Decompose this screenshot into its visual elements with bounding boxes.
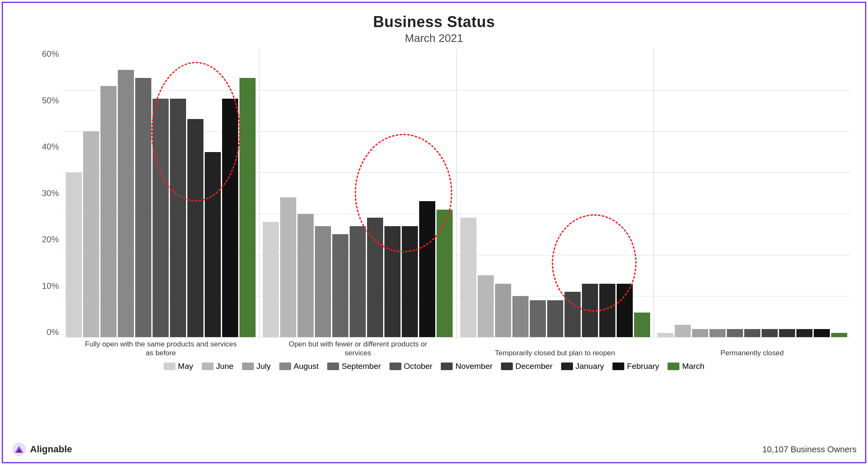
bar-inner-1-9 — [419, 201, 435, 337]
legend-item-may: May — [164, 362, 193, 371]
legend-item-november: November — [441, 362, 492, 371]
bar-inner-2-8 — [599, 284, 615, 337]
bar-inner-3-9 — [814, 329, 830, 337]
bar-0-6 — [170, 49, 186, 337]
legend-item-february: February — [612, 362, 659, 371]
bar-2-4 — [530, 49, 546, 337]
x-label-2: Temporarily closed but plan to reopen — [456, 337, 654, 358]
legend-item-january: January — [561, 362, 604, 371]
bar-inner-0-1 — [83, 131, 99, 337]
bar-3-2 — [692, 49, 708, 337]
bar-inner-2-2 — [495, 284, 511, 337]
bar-1-8 — [402, 49, 418, 337]
y-label-50: 50% — [42, 96, 59, 105]
bar-inner-3-0 — [657, 333, 673, 337]
bar-inner-2-10 — [634, 313, 650, 337]
legend-color-september — [327, 363, 339, 370]
bar-inner-0-10 — [239, 78, 256, 337]
bar-inner-3-6 — [762, 329, 778, 337]
bar-0-5 — [153, 49, 169, 337]
chart-area: 60% 50% 40% 30% 20% 10% 0% Fully open wi… — [37, 49, 851, 358]
bar-inner-0-7 — [187, 119, 203, 337]
legend-item-march: March — [668, 362, 704, 371]
bar-inner-2-4 — [530, 300, 546, 337]
bar-group-1 — [259, 49, 456, 337]
bar-inner-1-10 — [437, 210, 453, 337]
bar-inner-0-8 — [205, 152, 221, 337]
bar-group-2 — [457, 49, 654, 337]
bar-2-9 — [617, 49, 633, 337]
bar-inner-2-7 — [582, 284, 598, 337]
x-label-0: Fully open with the same products and se… — [62, 337, 259, 358]
legend-label-may: May — [178, 362, 193, 371]
bar-3-0 — [657, 49, 673, 337]
legend-item-september: September — [327, 362, 381, 371]
y-label-60: 60% — [42, 49, 59, 59]
bar-3-6 — [762, 49, 778, 337]
bar-inner-2-1 — [478, 275, 494, 337]
bar-inner-3-7 — [779, 329, 795, 337]
bar-inner-3-2 — [692, 329, 708, 337]
bar-inner-0-3 — [118, 70, 134, 337]
bar-inner-1-8 — [402, 226, 418, 337]
y-label-40: 40% — [42, 142, 59, 152]
legend-color-july — [242, 363, 254, 370]
bar-2-3 — [512, 49, 529, 337]
bar-inner-1-1 — [280, 197, 296, 337]
bar-3-10 — [831, 49, 847, 337]
legend-item-july: July — [242, 362, 271, 371]
bars-container — [62, 49, 851, 337]
bar-inner-2-6 — [565, 292, 581, 337]
bar-inner-0-5 — [153, 99, 169, 337]
bar-inner-1-7 — [384, 226, 401, 337]
footer-count: 10,107 Business Owners — [762, 445, 857, 454]
bar-inner-1-5 — [350, 226, 366, 337]
bar-inner-3-4 — [727, 329, 743, 337]
legend-label-february: February — [627, 362, 659, 371]
y-label-0: 0% — [47, 327, 59, 337]
bar-1-6 — [367, 49, 383, 337]
bar-1-2 — [298, 49, 314, 337]
bar-0-0 — [66, 49, 82, 337]
bar-3-1 — [675, 49, 691, 337]
bar-inner-0-2 — [100, 86, 117, 337]
legend-color-october — [389, 363, 401, 370]
bar-inner-0-6 — [170, 99, 186, 337]
bar-1-7 — [384, 49, 401, 337]
bar-inner-3-3 — [709, 329, 726, 337]
x-label-1: Open but with fewer or different product… — [259, 337, 456, 358]
bar-2-5 — [547, 49, 563, 337]
bar-inner-0-0 — [66, 172, 82, 337]
legend-color-august — [279, 363, 291, 370]
legend-label-september: September — [342, 362, 381, 371]
bar-inner-3-1 — [675, 325, 691, 337]
bar-3-5 — [744, 49, 760, 337]
bar-3-9 — [814, 49, 830, 337]
bar-1-4 — [332, 49, 348, 337]
bar-0-4 — [135, 49, 151, 337]
alignable-logo-icon — [11, 442, 27, 457]
y-axis: 60% 50% 40% 30% 20% 10% 0% — [37, 49, 62, 337]
legend-label-july: July — [256, 362, 271, 371]
bar-0-3 — [118, 49, 134, 337]
bar-1-10 — [437, 49, 453, 337]
bar-inner-1-3 — [315, 226, 331, 337]
bar-inner-3-8 — [796, 329, 812, 337]
bar-1-0 — [263, 49, 279, 337]
bar-0-7 — [187, 49, 203, 337]
bar-inner-2-0 — [460, 218, 476, 337]
bar-group-3 — [654, 49, 851, 337]
bar-inner-3-10 — [831, 333, 847, 337]
bar-inner-0-9 — [222, 99, 238, 337]
bar-0-10 — [239, 49, 256, 337]
legend-label-march: March — [682, 362, 704, 371]
legend-label-october: October — [404, 362, 433, 371]
bar-inner-3-5 — [744, 329, 760, 337]
footer: Alignable 10,107 Business Owners — [11, 442, 857, 457]
bar-2-10 — [634, 49, 650, 337]
legend-item-june: June — [202, 362, 234, 371]
bar-inner-0-4 — [135, 78, 151, 337]
y-label-20: 20% — [42, 235, 59, 244]
bar-inner-2-5 — [547, 300, 563, 337]
bar-0-9 — [222, 49, 238, 337]
